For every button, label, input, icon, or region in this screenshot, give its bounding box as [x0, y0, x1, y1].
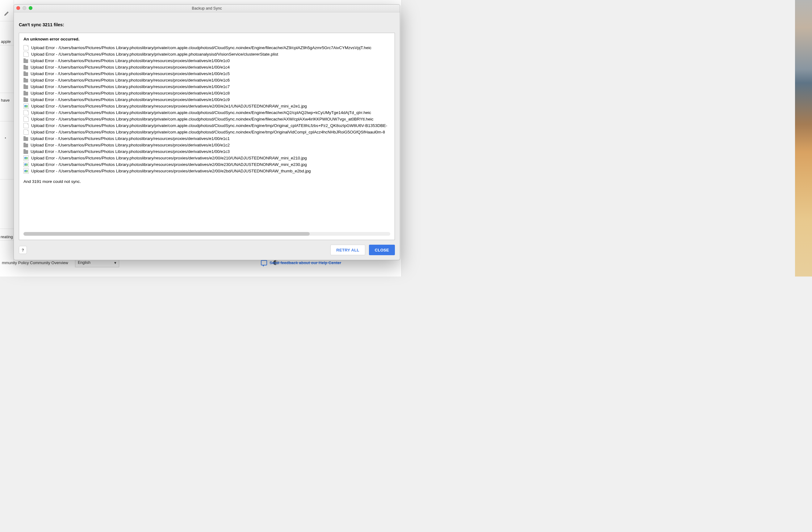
- image-icon: [24, 168, 29, 173]
- error-row[interactable]: Upload Error - /Users/barrios/Pictures/P…: [24, 129, 390, 135]
- sync-error-dialog: Backup and Sync Can't sync 3211 files: A…: [14, 4, 400, 260]
- help-icon: ?: [21, 248, 24, 252]
- error-text: Upload Error - /Users/barrios/Pictures/P…: [31, 148, 230, 155]
- window-titlebar[interactable]: Backup and Sync: [14, 5, 400, 12]
- feedback-text: Send feedback about our Help Center: [270, 261, 341, 265]
- error-text: Upload Error - /Users/barrios/Pictures/P…: [31, 109, 371, 116]
- retry-all-label: RETRY ALL: [336, 248, 359, 252]
- more-errors-message: And 3191 more could not sync.: [24, 179, 390, 184]
- retry-all-button[interactable]: RETRY ALL: [330, 245, 365, 255]
- window-traffic-lights: [16, 6, 32, 10]
- file-icon: [24, 129, 29, 135]
- error-row[interactable]: Upload Error - /Users/barrios/Pictures/P…: [24, 64, 390, 70]
- close-label: CLOSE: [375, 248, 389, 252]
- error-text: Upload Error - /Users/barrios/Pictures/P…: [31, 116, 374, 122]
- error-text: Upload Error - /Users/barrios/Pictures/P…: [31, 64, 230, 70]
- window-close-button[interactable]: [16, 6, 20, 10]
- error-text: Upload Error - /Users/barrios/Pictures/P…: [31, 96, 230, 103]
- sync-error-summary: Can't sync 3211 files:: [19, 22, 395, 27]
- error-text: Upload Error - /Users/barrios/Pictures/P…: [31, 103, 307, 109]
- horizontal-scrollbar[interactable]: [24, 232, 390, 236]
- file-icon: [24, 52, 29, 57]
- file-icon: [24, 123, 29, 128]
- error-text: Upload Error - /Users/barrios/Pictures/P…: [31, 142, 230, 148]
- error-text: Upload Error - /Users/barrios/Pictures/P…: [31, 161, 307, 168]
- error-heading: An unknown error occurred.: [24, 37, 390, 41]
- error-text: Upload Error - /Users/barrios/Pictures/P…: [31, 44, 372, 51]
- error-row[interactable]: Upload Error - /Users/barrios/Pictures/P…: [24, 122, 390, 129]
- bg-text-have: have: [1, 98, 10, 102]
- send-feedback-link[interactable]: Send feedback about our Help Center: [261, 260, 341, 265]
- error-row[interactable]: Upload Error - /Users/barrios/Pictures/P…: [24, 70, 390, 77]
- folder-icon: [24, 79, 28, 83]
- image-icon: [24, 162, 29, 167]
- error-text: Upload Error - /Users/barrios/Pictures/P…: [31, 129, 385, 135]
- pencil-icon: [4, 11, 10, 17]
- error-text: Upload Error - /Users/barrios/Pictures/P…: [31, 155, 307, 161]
- error-row[interactable]: Upload Error - /Users/barrios/Pictures/P…: [24, 57, 390, 64]
- error-list-panel[interactable]: An unknown error occurred. Upload Error …: [19, 33, 395, 240]
- error-text: Upload Error - /Users/barrios/Pictures/P…: [31, 135, 230, 142]
- folder-icon: [24, 144, 28, 148]
- error-row[interactable]: Upload Error - /Users/barrios/Pictures/P…: [24, 148, 390, 155]
- help-button[interactable]: ?: [19, 246, 27, 254]
- chevron-down-icon: ▾: [114, 261, 116, 265]
- horizontal-scrollbar-thumb[interactable]: [24, 232, 310, 236]
- feedback-icon: [261, 260, 267, 265]
- error-text: Upload Error - /Users/barrios/Pictures/P…: [31, 90, 230, 96]
- folder-icon: [24, 137, 28, 141]
- error-row[interactable]: Upload Error - /Users/barrios/Pictures/P…: [24, 103, 390, 109]
- bg-text-apple: apple: [1, 39, 11, 44]
- error-row[interactable]: Upload Error - /Users/barrios/Pictures/P…: [24, 116, 390, 122]
- file-icon: [24, 45, 29, 50]
- error-text: Upload Error - /Users/barrios/Pictures/P…: [31, 122, 387, 129]
- error-text: Upload Error - /Users/barrios/Pictures/P…: [31, 57, 230, 64]
- error-text: Upload Error - /Users/barrios/Pictures/P…: [31, 83, 230, 90]
- folder-icon: [24, 66, 28, 70]
- error-row[interactable]: Upload Error - /Users/barrios/Pictures/P…: [24, 161, 390, 168]
- error-row[interactable]: Upload Error - /Users/barrios/Pictures/P…: [24, 168, 390, 174]
- error-row[interactable]: Upload Error - /Users/barrios/Pictures/P…: [24, 90, 390, 96]
- dialog-footer: ? RETRY ALL CLOSE: [14, 242, 400, 260]
- folder-icon: [24, 92, 28, 96]
- error-row[interactable]: Upload Error - /Users/barrios/Pictures/P…: [24, 109, 390, 116]
- error-text: Upload Error - /Users/barrios/Pictures/P…: [31, 70, 230, 77]
- window-title: Backup and Sync: [192, 6, 222, 11]
- error-text: Upload Error - /Users/barrios/Pictures/P…: [31, 168, 311, 174]
- file-icon: [24, 110, 29, 115]
- window-minimize-button: [23, 6, 26, 10]
- folder-icon: [24, 98, 28, 102]
- error-row[interactable]: Upload Error - /Users/barrios/Pictures/P…: [24, 155, 390, 161]
- error-text: Upload Error - /Users/barrios/Pictures/P…: [31, 77, 230, 83]
- error-row[interactable]: Upload Error - /Users/barrios/Pictures/P…: [24, 135, 390, 142]
- image-icon: [24, 103, 29, 109]
- bg-text-creating: reating: [1, 235, 13, 239]
- folder-icon: [24, 72, 28, 76]
- footer-links-fragment: mmunity Policy Community Overview: [2, 261, 68, 265]
- error-row[interactable]: Upload Error - /Users/barrios/Pictures/P…: [24, 51, 390, 57]
- error-text: Upload Error - /Users/barrios/Pictures/P…: [31, 51, 278, 57]
- error-row[interactable]: Upload Error - /Users/barrios/Pictures/P…: [24, 44, 390, 51]
- folder-icon: [24, 85, 28, 89]
- window-zoom-button[interactable]: [29, 6, 32, 10]
- error-row[interactable]: Upload Error - /Users/barrios/Pictures/P…: [24, 96, 390, 103]
- language-value: English: [78, 261, 90, 265]
- folder-icon: [24, 150, 28, 154]
- close-button[interactable]: CLOSE: [369, 245, 395, 255]
- image-icon: [24, 155, 29, 160]
- error-row[interactable]: Upload Error - /Users/barrios/Pictures/P…: [24, 83, 390, 90]
- error-list: Upload Error - /Users/barrios/Pictures/P…: [24, 44, 390, 174]
- folder-icon: [24, 59, 28, 63]
- error-row[interactable]: Upload Error - /Users/barrios/Pictures/P…: [24, 142, 390, 148]
- file-icon: [24, 116, 29, 122]
- error-row[interactable]: Upload Error - /Users/barrios/Pictures/P…: [24, 77, 390, 83]
